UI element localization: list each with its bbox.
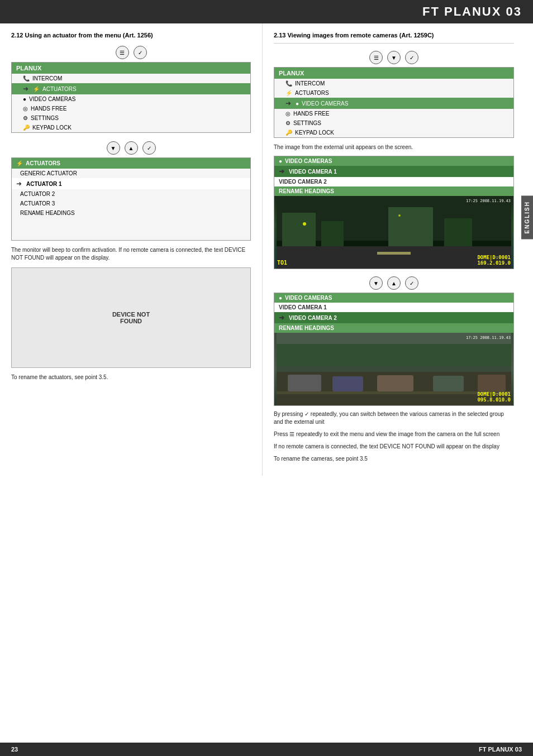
camera1-icon: ●	[279, 158, 282, 164]
right-body-text1: By pressing ✓ repeatedly, you can switch…	[274, 410, 514, 426]
submenu-rename-headings[interactable]: RENAME HEADINGS	[12, 208, 250, 218]
device-not-found-box: DEVICE NOT FOUND	[11, 267, 251, 368]
right-camera-icon: ●	[296, 101, 299, 107]
actuator-icon-sub: ⚡	[16, 160, 23, 166]
right-actuator-icon: ⚡	[285, 90, 292, 96]
right-key-icon: 🔑	[285, 130, 292, 136]
camera2-rename[interactable]: RENAME HEADINGS	[274, 323, 513, 333]
camera2-overlay-right: DOME|D:0001095.8.010.0	[477, 391, 511, 403]
right-actuators[interactable]: ⚡ ACTUATORS	[274, 88, 513, 98]
camera2-controls: ▼ ▲ ✓	[274, 274, 514, 293]
svg-rect-12	[277, 344, 511, 366]
svg-rect-16	[377, 375, 413, 391]
right-section-heading: 2.13 Viewing images from remote cameras …	[274, 32, 514, 39]
headset-icon: ◎	[23, 106, 28, 112]
menu-title-planux: PLANUX	[12, 63, 250, 74]
section-divider	[274, 43, 514, 44]
camera1-sub2[interactable]: VIDEO CAMERA 2	[274, 177, 513, 186]
cam1-arrow: ➜	[279, 168, 284, 175]
left-section-heading: 2.12 Using an actuator from the menu (Ar…	[11, 32, 251, 39]
right-arrow-icon: ➜	[285, 99, 291, 107]
left-column: 2.12 Using an actuator from the menu (Ar…	[0, 23, 263, 476]
submenu-actuator1-selected[interactable]: ➜ ACTUATOR 1	[12, 178, 250, 189]
check-btn2[interactable]: ✓	[142, 141, 156, 155]
submenu-actuator2[interactable]: ACTUATOR 2	[12, 189, 250, 199]
right-body-text3: If no remote camera is connected, the te…	[274, 443, 514, 451]
menu1-controls: ☰ ✓	[11, 43, 251, 62]
menu-item-settings[interactable]: ⚙ SETTINGS	[12, 113, 250, 123]
svg-rect-9	[377, 252, 411, 255]
svg-rect-8	[277, 246, 511, 269]
camera2-image: 17:25 2008.11.19.43	[274, 333, 513, 405]
main-content: 2.12 Using an actuator from the menu (Ar…	[0, 23, 533, 476]
svg-rect-18	[478, 375, 506, 391]
actuators-header: ⚡ ACTUATORS	[12, 158, 250, 169]
actuators-submenu: ⚡ ACTUATORS GENERIC ACTUATOR ➜ ACTUATOR …	[11, 157, 251, 241]
left-body-text2: To rename the actuators, see point 3.5.	[11, 374, 251, 381]
svg-rect-14	[288, 375, 321, 391]
camera1-rename[interactable]: RENAME HEADINGS	[274, 186, 513, 196]
camera1-overlay-left: TO1	[277, 260, 287, 266]
submenu-generic-actuator[interactable]: GENERIC ACTUATOR	[12, 169, 250, 178]
left-body-text1: The monitor will beep to confirm activat…	[11, 246, 251, 262]
camera1-box: ● VIDEO CAMERAS ➜ VIDEO CAMERA 1 VIDEO C…	[274, 156, 514, 269]
right-intercom[interactable]: 📞 INTERCOM	[274, 79, 513, 88]
header-title: FT PLANUX 03	[422, 4, 522, 18]
right-menu-planux: PLANUX	[274, 68, 513, 79]
cam2-up-btn[interactable]: ▲	[387, 276, 401, 290]
page-header: FT PLANUX 03	[0, 0, 533, 23]
camera2-sub2-selected[interactable]: ➜ VIDEO CAMERA 2	[274, 312, 513, 323]
cam2-down-btn[interactable]: ▼	[369, 276, 383, 290]
svg-rect-5	[444, 218, 472, 246]
main-menu-left: PLANUX 📞 INTERCOM ➜ ⚡ ACTUATORS ● VIDEO …	[11, 62, 251, 133]
menu-item-video-cameras[interactable]: ● VIDEO CAMERAS	[12, 94, 250, 104]
right-settings-icon: ⚙	[285, 120, 291, 126]
right-video-cameras-selected[interactable]: ➜ ● VIDEO CAMERAS	[274, 98, 513, 109]
right-down-btn[interactable]: ▼	[387, 51, 401, 64]
cam2-arrow: ➜	[279, 314, 284, 322]
right-check-btn[interactable]: ✓	[405, 51, 418, 64]
svg-rect-2	[282, 213, 316, 246]
down-btn[interactable]: ▼	[107, 141, 120, 155]
right-hands-free[interactable]: ◎ HANDS FREE	[274, 109, 513, 118]
up-btn[interactable]: ▲	[125, 141, 138, 155]
menu-item-keypad-lock[interactable]: 🔑 KEYPAD LOCK	[12, 123, 250, 132]
camera-icon: ●	[23, 96, 26, 102]
right-column: 2.13 Viewing images from remote cameras …	[263, 23, 525, 476]
right-headset-icon: ◎	[285, 111, 291, 117]
right-menu-btn[interactable]: ☰	[369, 51, 383, 64]
camera1-timestamp: 17:25 2008.11.19.43	[466, 199, 511, 203]
right-body-text4: To rename the cameras, see point 3.5	[274, 455, 514, 463]
menu-item-hands-free[interactable]: ◎ HANDS FREE	[12, 104, 250, 113]
right-scene-text: The image from the external unit appears…	[274, 143, 514, 151]
menu-item-intercom[interactable]: 📞 INTERCOM	[12, 74, 250, 83]
camera1-overlay-right: DOME|D:0001169.2.019.0	[477, 255, 511, 266]
footer-product: FT PLANUX 03	[479, 746, 522, 753]
submenu-actuator3[interactable]: ACTUATOR 3	[12, 199, 250, 208]
svg-point-6	[303, 222, 306, 226]
check-btn[interactable]: ✓	[134, 46, 147, 59]
menu-item-actuators-selected[interactable]: ➜ ⚡ ACTUATORS	[12, 83, 250, 94]
camera2-icon: ●	[279, 295, 282, 301]
camera2-header: ● VIDEO CAMERAS	[274, 293, 513, 303]
svg-rect-19	[277, 391, 511, 394]
settings-icon: ⚙	[23, 115, 28, 121]
actuator-icon: ⚡	[33, 86, 40, 92]
svg-rect-3	[321, 221, 344, 246]
key-icon: 🔑	[23, 125, 30, 131]
svg-point-7	[398, 214, 401, 217]
menu2-controls: ▼ ▲ ✓	[11, 138, 251, 157]
menu-btn[interactable]: ☰	[116, 46, 129, 59]
right-settings[interactable]: ⚙ SETTINGS	[274, 118, 513, 128]
camera2-timestamp: 17:25 2008.11.19.43	[466, 336, 511, 340]
page-footer: 23 FT PLANUX 03	[0, 743, 533, 756]
cam2-check-btn[interactable]: ✓	[405, 276, 418, 290]
svg-rect-4	[388, 207, 433, 246]
right-phone-icon: 📞	[285, 80, 292, 87]
right-body-text2: Press ☰ repeatedly to exit the menu and …	[274, 430, 514, 438]
camera1-header: ● VIDEO CAMERAS	[274, 156, 513, 166]
arrow-icon-sub: ➜	[16, 180, 22, 188]
camera2-sub1[interactable]: VIDEO CAMERA 1	[274, 303, 513, 312]
camera1-sub1[interactable]: ➜ VIDEO CAMERA 1	[274, 166, 513, 177]
right-keypad-lock[interactable]: 🔑 KEYPAD LOCK	[274, 128, 513, 137]
